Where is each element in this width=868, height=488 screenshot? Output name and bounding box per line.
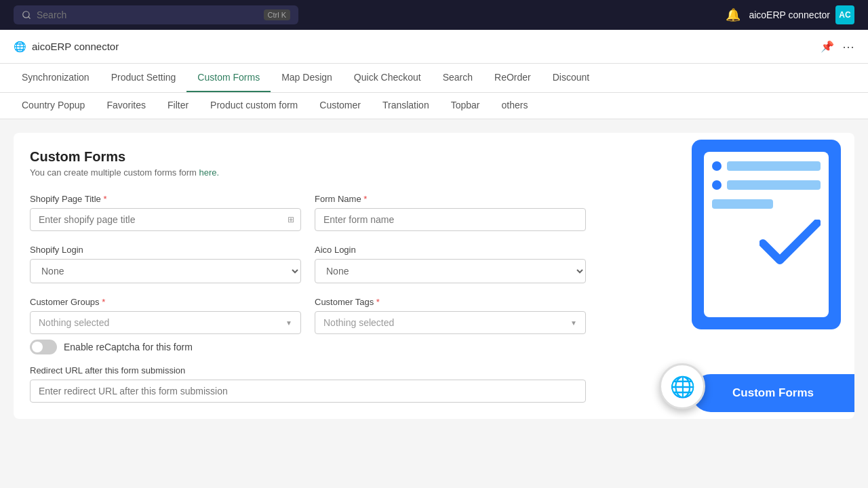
checkmark-icon <box>760 220 821 267</box>
tab2-translation[interactable]: Translation <box>372 93 440 119</box>
aico-login-select[interactable]: None <box>315 259 586 283</box>
tab2-country-popup[interactable]: Country Popup <box>11 93 96 119</box>
tab2-customer[interactable]: Customer <box>309 93 372 119</box>
illus-globe-badge: 🌐 <box>659 363 705 409</box>
svg-line-1 <box>28 17 31 19</box>
main-content: Custom Forms You can create multiple cus… <box>0 119 868 432</box>
topbar: Ctrl K 🔔 aicoERP connector AC <box>0 0 868 30</box>
card-subtitle: You can create multiple custom forms for… <box>30 167 219 178</box>
dropdown-arrow-icon-2: ▼ <box>570 319 577 327</box>
shopify-page-title-wrapper: ⊞ <box>30 208 301 231</box>
customer-groups-placeholder: Nothing selected <box>39 317 109 328</box>
customer-tags-label: Customer Tags * <box>315 297 586 307</box>
avatar: AC <box>835 5 854 24</box>
aico-login-label: Aico Login <box>315 245 586 255</box>
required-star-4: * <box>376 297 380 307</box>
tab-product-setting[interactable]: Product Setting <box>100 64 187 92</box>
connector-name: aicoERP connector <box>749 9 830 20</box>
illus-row-3 <box>712 199 821 209</box>
shopify-login-select[interactable]: None <box>30 259 301 283</box>
card-title-group: Custom Forms You can create multiple cus… <box>30 149 219 178</box>
card-title: Custom Forms <box>30 149 219 165</box>
form-name-group: Form Name * <box>315 194 586 231</box>
toggle-slider <box>30 340 57 354</box>
required-star-2: * <box>363 194 367 204</box>
tab-search[interactable]: Search <box>432 64 484 92</box>
nav-tabs-row2: Country Popup Favorites Filter Product c… <box>0 93 868 119</box>
app-header-actions: 📌 ⋯ <box>821 39 854 54</box>
search-box[interactable]: Ctrl K <box>14 5 298 24</box>
tab-discount[interactable]: Discount <box>542 64 600 92</box>
globe-icon: 🌐 <box>14 41 26 53</box>
illus-row-2 <box>712 180 821 190</box>
search-shortcut: Ctrl K <box>264 9 291 20</box>
form-grid: Shopify Page Title * ⊞ Form Name * Shopi… <box>30 194 586 334</box>
required-star-3: * <box>102 297 105 307</box>
shopify-page-title-group: Shopify Page Title * ⊞ <box>30 194 301 231</box>
tab2-filter[interactable]: Filter <box>157 93 199 119</box>
app-title-group: 🌐 aicoERP connector <box>14 41 119 53</box>
redirect-url-section: Redirect URL after this form submission <box>30 365 586 403</box>
card-subtitle-link[interactable]: here. <box>199 167 220 178</box>
illus-dot-2 <box>712 180 722 190</box>
input-grid-icon: ⊞ <box>288 215 294 224</box>
nav-tabs-row1: Synchronization Product Setting Custom F… <box>0 64 868 93</box>
shopify-login-group: Shopify Login None <box>30 245 301 283</box>
card-header: Custom Forms You can create multiple cus… <box>30 149 838 178</box>
illus-check-wrapper <box>712 220 821 267</box>
search-icon <box>22 10 31 20</box>
shopify-page-title-input[interactable] <box>30 208 301 231</box>
shopify-login-label: Shopify Login <box>30 245 301 255</box>
tab2-favorites[interactable]: Favorites <box>96 93 157 119</box>
dropdown-arrow-icon: ▼ <box>285 319 292 327</box>
pin-icon[interactable]: 📌 <box>821 40 834 53</box>
recaptcha-toggle-row: Enable reCaptcha for this form <box>30 340 838 354</box>
tab-synchronization[interactable]: Synchronization <box>11 64 100 92</box>
customer-tags-select[interactable]: Nothing selected ▼ <box>315 311 586 334</box>
tab2-others[interactable]: others <box>491 93 539 119</box>
customer-tags-group: Customer Tags * Nothing selected ▼ <box>315 297 586 334</box>
customer-tags-placeholder: Nothing selected <box>323 317 394 328</box>
redirect-url-label: Redirect URL after this form submission <box>30 365 586 375</box>
tab-map-design[interactable]: Map Design <box>271 64 343 92</box>
required-star: * <box>103 194 106 204</box>
shopify-page-title-label: Shopify Page Title * <box>30 194 301 204</box>
illus-line-3 <box>712 199 773 209</box>
recaptcha-label: Enable reCaptcha for this form <box>64 342 193 352</box>
illus-line-2 <box>727 180 821 190</box>
redirect-url-input[interactable] <box>30 380 586 403</box>
tab-reorder[interactable]: ReOrder <box>484 64 542 92</box>
customer-groups-label: Customer Groups * <box>30 297 301 307</box>
tab-quick-checkout[interactable]: Quick Checkout <box>343 64 432 92</box>
connector-button[interactable]: aicoERP connector AC <box>749 5 854 24</box>
tab-custom-forms[interactable]: Custom Forms <box>186 64 271 92</box>
topbar-right: 🔔 aicoERP connector AC <box>726 5 854 24</box>
app-title: aicoERP connector <box>32 41 119 52</box>
tab2-topbar[interactable]: Topbar <box>440 93 491 119</box>
form-name-label: Form Name * <box>315 194 586 204</box>
notification-bell[interactable]: 🔔 <box>726 7 741 22</box>
customer-groups-group: Customer Groups * Nothing selected ▼ <box>30 297 301 334</box>
recaptcha-toggle[interactable] <box>30 340 57 354</box>
illus-globe-icon: 🌐 <box>670 375 695 399</box>
illus-bottom-bar: Custom Forms <box>692 374 854 412</box>
aico-login-group: Aico Login None <box>315 245 586 283</box>
more-options-icon[interactable]: ⋯ <box>842 39 854 54</box>
form-name-input[interactable] <box>315 208 586 231</box>
illus-bottom-label: Custom Forms <box>732 386 814 400</box>
add-custom-form-button[interactable]: + Add Custom Form <box>724 149 838 176</box>
custom-forms-card: Custom Forms You can create multiple cus… <box>14 133 854 419</box>
customer-groups-select[interactable]: Nothing selected ▼ <box>30 311 301 334</box>
search-input[interactable] <box>37 9 258 20</box>
app-header: 🌐 aicoERP connector 📌 ⋯ <box>0 30 868 64</box>
tab2-product-custom-form[interactable]: Product custom form <box>199 93 309 119</box>
